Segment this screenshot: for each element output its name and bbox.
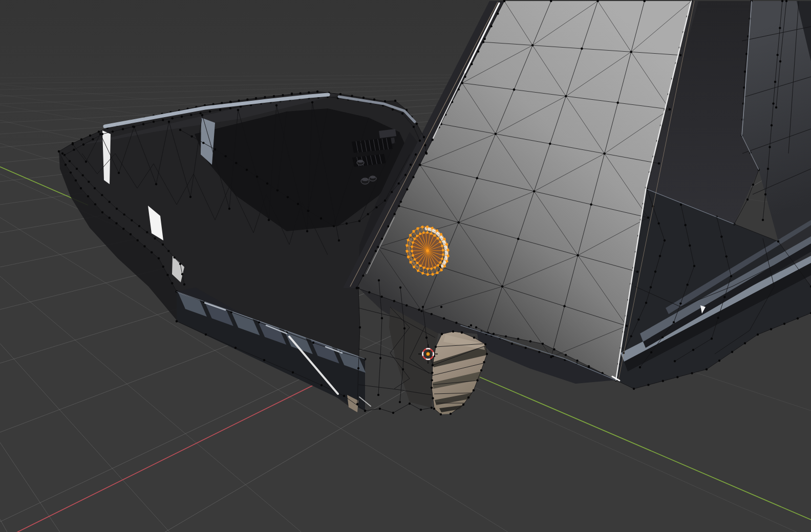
viewport-canvas[interactable] — [0, 0, 811, 532]
blender-viewport[interactable] — [0, 0, 811, 532]
